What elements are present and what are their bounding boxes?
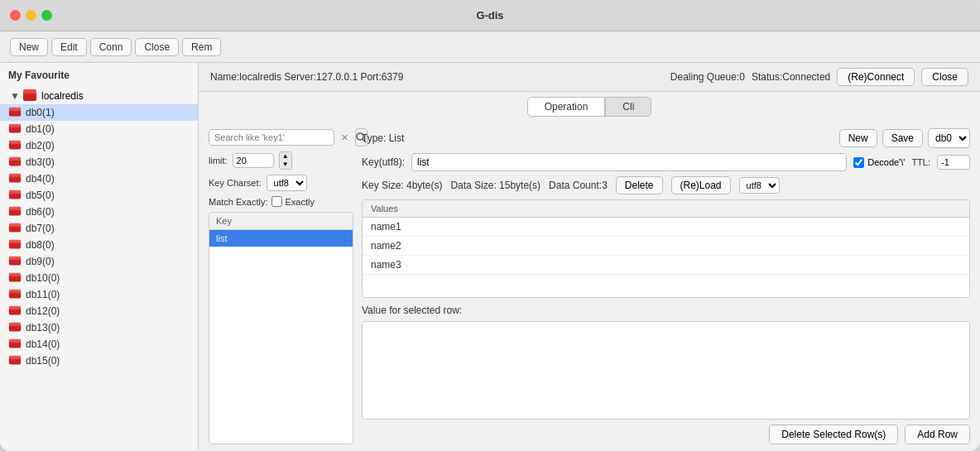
db-item-label: db7(0) [26, 223, 55, 234]
reload-button[interactable]: (Re)Load [671, 176, 731, 194]
dealing-queue-text: Dealing Queue:0 [670, 71, 745, 83]
db-item-label: db4(0) [26, 173, 55, 185]
encoding-select[interactable]: utf8 [739, 177, 780, 194]
new-button[interactable]: New [10, 38, 48, 56]
search-clear-btn[interactable]: ✕ [338, 131, 352, 145]
connection-info: Name:localredis Server:127.0.0.1 Port:63… [210, 71, 403, 83]
redis-icon [22, 89, 37, 103]
limit-input[interactable] [233, 153, 274, 168]
values-list: name1name2name3 [363, 218, 969, 297]
sidebar-item-db140[interactable]: db14(0) [0, 336, 198, 353]
sidebar-item-db120[interactable]: db12(0) [0, 303, 198, 319]
connection-right: Dealing Queue:0 Status:Connected (Re)Con… [670, 68, 968, 86]
connection-bar: Name:localredis Server:127.0.0.1 Port:63… [199, 63, 980, 92]
stepper-up[interactable]: ▲ [280, 152, 291, 161]
svg-rect-20 [9, 190, 21, 193]
svg-rect-38 [9, 290, 21, 292]
values-item[interactable]: name3 [363, 256, 969, 275]
main-area: My Favourite ▼ localredis db0(1) [0, 63, 980, 451]
tree-root-label: localredis [41, 90, 84, 102]
sidebar-item-db01[interactable]: db0(1) [0, 104, 198, 121]
sidebar-item-db60[interactable]: db6(0) [0, 204, 198, 220]
charset-select[interactable]: utf8 [267, 175, 307, 191]
sidebar-item-db10[interactable]: db1(0) [0, 121, 198, 137]
db-list: db0(1) db1(0) db2(0) db3(0) db4(0) [0, 104, 198, 369]
svg-rect-14 [9, 157, 21, 160]
tree-toggle-icon[interactable]: ▼ [10, 90, 20, 102]
sidebar-item-db70[interactable]: db7(0) [0, 220, 198, 237]
db-icon [8, 107, 22, 118]
add-row-button[interactable]: Add Row [905, 425, 970, 444]
content-area: Name:localredis Server:127.0.0.1 Port:63… [199, 63, 980, 451]
stepper-down[interactable]: ▼ [280, 161, 291, 169]
sidebar-item-db40[interactable]: db4(0) [0, 170, 198, 187]
edit-button[interactable]: Edit [51, 38, 87, 56]
tab-operation[interactable]: Operation [527, 97, 606, 117]
close-button[interactable]: Close [135, 38, 179, 56]
decode-checkbox-row: Decode'\' [853, 157, 905, 168]
db-icon [8, 123, 22, 135]
titlebar: G-dis [0, 0, 980, 31]
db-item-label: db1(0) [26, 123, 55, 135]
sidebar-item-db110[interactable]: db11(0) [0, 286, 198, 303]
sidebar-item-db90[interactable]: db9(0) [0, 253, 198, 270]
svg-rect-50 [9, 356, 21, 358]
close-conn-button[interactable]: Close [921, 68, 968, 86]
db-item-label: db12(0) [26, 305, 60, 317]
ttl-input[interactable] [937, 155, 970, 170]
rem-button[interactable]: Rem [182, 38, 221, 56]
svg-rect-23 [9, 207, 21, 209]
db-item-label: db6(0) [26, 206, 55, 218]
app-window: G-dis New Edit Conn Close Rem My Favouri… [0, 0, 980, 451]
maximize-window-btn[interactable] [41, 10, 52, 21]
db-icon [8, 190, 22, 201]
db-item-label: db10(0) [26, 272, 60, 284]
values-item[interactable]: name2 [363, 237, 969, 256]
close-window-btn[interactable] [10, 10, 21, 21]
tab-bar: Operation Cli [199, 92, 980, 122]
decode-label: Decode'\' [867, 157, 905, 167]
window-title: G-dis [476, 9, 503, 22]
tab-cli[interactable]: Cli [605, 97, 651, 117]
svg-rect-26 [9, 223, 21, 226]
db-icon [8, 289, 22, 300]
sidebar-item-db130[interactable]: db13(0) [0, 319, 198, 336]
sidebar-item-db150[interactable]: db15(0) [0, 353, 198, 369]
db-item-label: db9(0) [26, 256, 55, 267]
minimize-window-btn[interactable] [26, 10, 36, 21]
conn-button[interactable]: Conn [90, 38, 132, 56]
key-value-input[interactable] [411, 153, 847, 171]
key-list-item[interactable]: list [209, 230, 353, 247]
db-icon [8, 140, 22, 151]
delete-selected-rows-button[interactable]: Delete Selected Row(s) [769, 425, 898, 444]
info-row: Key Size: 4byte(s) Data Size: 15byte(s) … [362, 176, 970, 194]
sidebar-item-db30[interactable]: db3(0) [0, 154, 198, 170]
exactly-checkbox[interactable] [271, 196, 282, 207]
db-item-label: db15(0) [26, 355, 60, 367]
db-icon [8, 272, 22, 284]
sidebar-item-db50[interactable]: db5(0) [0, 187, 198, 204]
db-icon [8, 305, 22, 317]
key-list-header: Key [209, 213, 353, 230]
charset-label: Key Charset: [209, 178, 262, 188]
svg-rect-5 [9, 108, 21, 110]
decode-checkbox[interactable] [853, 157, 864, 168]
search-input[interactable] [209, 129, 334, 146]
db-icon [8, 338, 22, 350]
delete-key-button[interactable]: Delete [616, 176, 663, 194]
save-button[interactable]: Save [882, 129, 923, 147]
type-label: Type: List [362, 132, 404, 144]
tree-root-row[interactable]: ▼ localredis [0, 88, 198, 104]
status-text: Status:Connected [752, 71, 830, 83]
db-select[interactable]: db0 [928, 128, 970, 148]
exactly-label: Exactly [286, 197, 315, 207]
sidebar-item-db80[interactable]: db8(0) [0, 237, 198, 253]
values-item[interactable]: name1 [363, 218, 969, 237]
sidebar-item-db20[interactable]: db2(0) [0, 137, 198, 154]
reconnect-button[interactable]: (Re)Connect [837, 68, 915, 86]
new-key-button[interactable]: New [839, 129, 877, 147]
right-panel: Type: List New Save db0 Key(utf8): [362, 128, 970, 444]
values-column-header: Values [363, 200, 969, 218]
values-table: Values name1name2name3 [362, 199, 970, 298]
sidebar-item-db100[interactable]: db10(0) [0, 270, 198, 286]
